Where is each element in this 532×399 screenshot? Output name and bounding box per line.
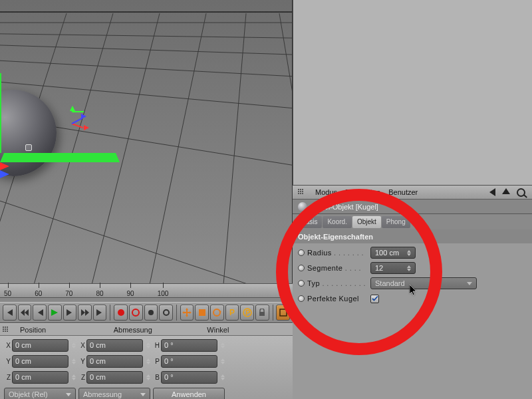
record-icon[interactable] (114, 305, 128, 321)
ruler-tick: 100 (158, 290, 169, 297)
stepper-icon[interactable] (72, 358, 76, 364)
mode-mid-dropdown[interactable]: Abmessung (78, 388, 150, 399)
move-tool-icon[interactable] (180, 305, 194, 321)
search-icon[interactable] (517, 188, 525, 197)
p-label: P (153, 358, 160, 365)
z-axis-arrow[interactable] (0, 170, 120, 178)
stepper-icon[interactable] (146, 358, 150, 364)
tab-phong[interactable]: Phong (382, 216, 410, 228)
nav-back-icon[interactable] (489, 188, 495, 196)
segments-label: Segmente . . . . (307, 264, 370, 272)
size-y-input[interactable]: 0 cm (86, 355, 143, 368)
object-manager-empty[interactable] (293, 0, 532, 185)
param-knob-icon[interactable] (298, 295, 305, 302)
tab-koord[interactable]: Koord. (323, 216, 351, 228)
axis-origin[interactable] (25, 144, 32, 151)
keyframe-icon[interactable] (144, 305, 158, 321)
tab-basis[interactable]: Basis (297, 216, 322, 228)
toolbar-divider (176, 305, 177, 321)
circle-p-icon[interactable]: P (240, 305, 254, 321)
timeline-ruler[interactable]: 50 60 70 80 90 100 0 B (0, 283, 293, 298)
stepper-icon[interactable] (221, 342, 225, 348)
play-icon[interactable] (48, 305, 62, 321)
svg-rect-18 (199, 309, 205, 316)
pos-z-input[interactable]: 0 cm (12, 371, 68, 384)
apply-button[interactable]: Anwenden (153, 388, 225, 399)
mode-left-dropdown[interactable]: Objekt (Rel) (4, 388, 76, 399)
chevron-down-icon (66, 393, 71, 396)
size-z-input[interactable]: 0 cm (86, 371, 143, 384)
radius-input[interactable]: 100 cm (370, 247, 416, 259)
perfect-sphere-label: Perfekte Kugel (307, 295, 370, 303)
x-axis-arrow[interactable] (0, 162, 120, 170)
column-size-label: Abmessung (106, 326, 200, 334)
key-options-icon[interactable] (159, 305, 173, 321)
sphere-icon (298, 202, 307, 211)
angle-b-input[interactable]: 0 ° (161, 371, 217, 384)
type-label: Typ . . . . . . . . . . (307, 279, 370, 287)
param-knob-icon[interactable] (298, 280, 305, 287)
z-label: Z (78, 374, 85, 381)
ruler-tick: 70 (65, 290, 72, 297)
next-key-icon[interactable] (78, 305, 92, 321)
lock-icon[interactable] (255, 305, 269, 321)
prev-frame-icon[interactable] (33, 305, 47, 321)
svg-line-2 (0, 44, 293, 56)
y-label: Y (4, 358, 11, 365)
object-title-bar: Kugel-Objekt [Kugel] (293, 200, 532, 214)
rotate-tool-icon[interactable] (210, 305, 224, 321)
param-knob-icon[interactable] (298, 265, 305, 271)
viewport-3d[interactable] (0, 0, 293, 283)
menu-benutzer[interactable]: Benutzer (388, 188, 418, 196)
stepper-icon[interactable] (146, 374, 150, 380)
segments-input[interactable]: 12 (370, 262, 416, 274)
y-axis-line (0, 73, 1, 153)
panel-grip-icon[interactable] (298, 189, 305, 196)
snap-icon[interactable] (276, 305, 290, 321)
tab-objekt[interactable]: Objekt (352, 216, 381, 228)
menu-bearbeiten[interactable]: Bearbeiten (345, 188, 380, 196)
pos-y-input[interactable]: 0 cm (12, 355, 68, 368)
playback-toolbar: P P (0, 302, 293, 323)
pos-x-input[interactable]: 0 cm (12, 339, 68, 352)
toolbar-divider (273, 305, 273, 321)
ruler-tick: 90 (127, 290, 134, 297)
section-title: Objekt-Eigenschaften (293, 230, 532, 243)
menu-modus[interactable]: Modus (315, 188, 337, 196)
svg-text:P: P (245, 309, 250, 317)
go-end-icon[interactable] (93, 305, 107, 321)
svg-line-11 (219, 13, 246, 283)
perfect-sphere-checkbox[interactable] (370, 295, 379, 303)
angle-h-input[interactable]: 0 ° (161, 339, 217, 352)
p-icon[interactable]: P (225, 305, 239, 321)
nav-up-icon[interactable] (502, 188, 510, 194)
param-knob-icon[interactable] (298, 249, 305, 256)
go-start-icon[interactable] (3, 305, 17, 321)
panel-grip-icon[interactable] (3, 327, 9, 333)
properties-panel: Radius . . . . . . . 100 cm Segmente . .… (293, 243, 532, 399)
next-frame-icon[interactable] (63, 305, 77, 321)
z-label: Z (4, 374, 11, 381)
stepper-icon[interactable] (72, 342, 76, 348)
scale-tool-icon[interactable] (195, 305, 209, 321)
stepper-icon[interactable] (221, 374, 225, 380)
svg-point-15 (132, 309, 139, 316)
svg-point-14 (118, 309, 124, 316)
type-dropdown[interactable]: Standard (370, 277, 477, 289)
stepper-icon[interactable] (72, 374, 76, 380)
attribute-tabs: Basis Koord. Objekt Phong (293, 214, 532, 229)
svg-line-6 (0, 188, 293, 283)
stepper-icon[interactable] (146, 342, 150, 348)
stepper-icon[interactable] (221, 358, 225, 364)
autokey-icon[interactable] (129, 305, 143, 321)
x-label: X (78, 342, 85, 349)
svg-point-16 (148, 310, 154, 315)
y-axis-arrow[interactable] (0, 153, 120, 162)
size-x-input[interactable]: 0 cm (86, 339, 143, 352)
object-title-text: Kugel-Objekt [Kugel] (311, 203, 378, 211)
prev-key-icon[interactable] (18, 305, 32, 321)
svg-rect-22 (259, 312, 265, 316)
ruler-tick: 60 (35, 290, 42, 297)
angle-p-input[interactable]: 0 ° (161, 355, 217, 368)
h-label: H (153, 342, 160, 349)
